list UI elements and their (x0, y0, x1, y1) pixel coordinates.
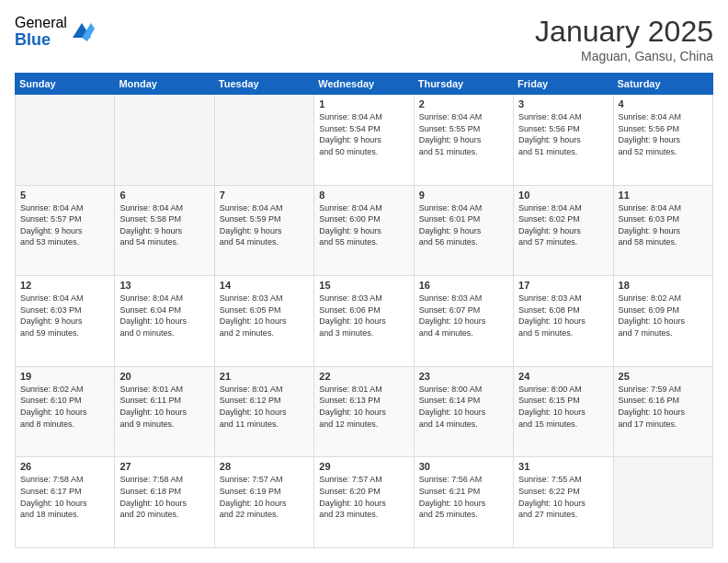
calendar-cell-w4-d3: 21Sunrise: 8:01 AM Sunset: 6:12 PM Dayli… (214, 366, 313, 457)
day-info: Sunrise: 7:57 AM Sunset: 6:20 PM Dayligh… (319, 474, 408, 520)
calendar-subtitle: Maguan, Gansu, China (535, 49, 713, 63)
day-info: Sunrise: 8:03 AM Sunset: 6:08 PM Dayligh… (518, 293, 608, 339)
day-info: Sunrise: 8:03 AM Sunset: 6:05 PM Dayligh… (220, 293, 309, 339)
day-number: 14 (220, 280, 309, 291)
day-info: Sunrise: 7:58 AM Sunset: 6:17 PM Dayligh… (20, 474, 109, 520)
day-info: Sunrise: 8:04 AM Sunset: 6:03 PM Dayligh… (619, 202, 708, 248)
calendar-cell-w2-d7: 11Sunrise: 8:04 AM Sunset: 6:03 PM Dayli… (613, 185, 712, 276)
day-info: Sunrise: 8:04 AM Sunset: 6:00 PM Dayligh… (319, 202, 408, 248)
day-number: 3 (518, 98, 608, 109)
calendar-cell-w4-d4: 22Sunrise: 8:01 AM Sunset: 6:13 PM Dayli… (314, 366, 414, 457)
day-number: 23 (419, 371, 508, 382)
header-wednesday: Wednesday (314, 74, 414, 95)
header-sunday: Sunday (16, 74, 115, 95)
calendar-cell-w1-d3 (214, 95, 313, 186)
calendar-title: January 2025 (535, 15, 713, 49)
day-number: 9 (419, 190, 508, 201)
day-number: 30 (419, 461, 508, 472)
day-info: Sunrise: 8:04 AM Sunset: 5:59 PM Dayligh… (220, 202, 309, 248)
day-number: 29 (319, 461, 408, 472)
logo-blue: Blue (15, 31, 67, 50)
calendar-cell-w2-d3: 7Sunrise: 8:04 AM Sunset: 5:59 PM Daylig… (214, 185, 313, 276)
calendar-cell-w1-d4: 1Sunrise: 8:04 AM Sunset: 5:54 PM Daylig… (314, 95, 414, 186)
header-saturday: Saturday (613, 74, 712, 95)
day-info: Sunrise: 7:56 AM Sunset: 6:21 PM Dayligh… (419, 474, 508, 520)
calendar-cell-w2-d4: 8Sunrise: 8:04 AM Sunset: 6:00 PM Daylig… (314, 185, 414, 276)
calendar-table: Sunday Monday Tuesday Wednesday Thursday… (15, 73, 713, 548)
day-info: Sunrise: 8:04 AM Sunset: 5:58 PM Dayligh… (119, 202, 209, 248)
day-info: Sunrise: 8:01 AM Sunset: 6:13 PM Dayligh… (319, 384, 408, 430)
title-block: January 2025 Maguan, Gansu, China (535, 15, 713, 63)
day-number: 22 (319, 371, 408, 382)
day-info: Sunrise: 8:02 AM Sunset: 6:10 PM Dayligh… (20, 384, 109, 430)
calendar-cell-w1-d1 (16, 95, 115, 186)
calendar-cell-w5-d2: 27Sunrise: 7:58 AM Sunset: 6:18 PM Dayli… (115, 457, 214, 548)
day-number: 17 (518, 280, 608, 291)
calendar-cell-w4-d5: 23Sunrise: 8:00 AM Sunset: 6:14 PM Dayli… (414, 366, 513, 457)
calendar-cell-w5-d6: 31Sunrise: 7:55 AM Sunset: 6:22 PM Dayli… (514, 457, 613, 548)
calendar-cell-w4-d2: 20Sunrise: 8:01 AM Sunset: 6:11 PM Dayli… (115, 366, 214, 457)
day-info: Sunrise: 8:03 AM Sunset: 6:06 PM Dayligh… (319, 293, 408, 339)
calendar-cell-w5-d5: 30Sunrise: 7:56 AM Sunset: 6:21 PM Dayli… (414, 457, 513, 548)
calendar-cell-w3-d3: 14Sunrise: 8:03 AM Sunset: 6:05 PM Dayli… (214, 276, 313, 367)
day-number: 6 (119, 190, 209, 201)
logo-icon (69, 19, 95, 45)
day-number: 15 (319, 280, 408, 291)
day-number: 18 (619, 280, 708, 291)
week-row-1: 1Sunrise: 8:04 AM Sunset: 5:54 PM Daylig… (16, 95, 713, 186)
day-number: 10 (518, 190, 608, 201)
week-row-5: 26Sunrise: 7:58 AM Sunset: 6:17 PM Dayli… (16, 457, 713, 548)
day-info: Sunrise: 8:04 AM Sunset: 5:56 PM Dayligh… (619, 111, 708, 157)
calendar-cell-w1-d6: 3Sunrise: 8:04 AM Sunset: 5:56 PM Daylig… (514, 95, 613, 186)
day-info: Sunrise: 8:00 AM Sunset: 6:15 PM Dayligh… (518, 384, 608, 430)
day-number: 28 (220, 461, 309, 472)
calendar-cell-w4-d6: 24Sunrise: 8:00 AM Sunset: 6:15 PM Dayli… (514, 366, 613, 457)
day-number: 12 (20, 280, 109, 291)
header-thursday: Thursday (414, 74, 513, 95)
week-row-4: 19Sunrise: 8:02 AM Sunset: 6:10 PM Dayli… (16, 366, 713, 457)
calendar-cell-w3-d7: 18Sunrise: 8:02 AM Sunset: 6:09 PM Dayli… (613, 276, 712, 367)
week-row-2: 5Sunrise: 8:04 AM Sunset: 5:57 PM Daylig… (16, 185, 713, 276)
day-info: Sunrise: 8:04 AM Sunset: 6:04 PM Dayligh… (119, 293, 209, 339)
day-number: 27 (119, 461, 209, 472)
calendar-cell-w1-d7: 4Sunrise: 8:04 AM Sunset: 5:56 PM Daylig… (613, 95, 712, 186)
day-info: Sunrise: 7:57 AM Sunset: 6:19 PM Dayligh… (220, 474, 309, 520)
day-number: 31 (518, 461, 608, 472)
day-info: Sunrise: 8:01 AM Sunset: 6:11 PM Dayligh… (119, 384, 209, 430)
calendar-cell-w5-d3: 28Sunrise: 7:57 AM Sunset: 6:19 PM Dayli… (214, 457, 313, 548)
page: General Blue January 2025 Maguan, Gansu,… (0, 0, 728, 563)
day-number: 5 (20, 190, 109, 201)
calendar-cell-w4-d1: 19Sunrise: 8:02 AM Sunset: 6:10 PM Dayli… (16, 366, 115, 457)
calendar-cell-w1-d5: 2Sunrise: 8:04 AM Sunset: 5:55 PM Daylig… (414, 95, 513, 186)
header: General Blue January 2025 Maguan, Gansu,… (15, 15, 713, 63)
day-info: Sunrise: 8:04 AM Sunset: 5:54 PM Dayligh… (319, 111, 408, 157)
day-number: 24 (518, 371, 608, 382)
day-info: Sunrise: 8:04 AM Sunset: 5:57 PM Dayligh… (20, 202, 109, 248)
day-info: Sunrise: 8:04 AM Sunset: 5:56 PM Dayligh… (518, 111, 608, 157)
day-info: Sunrise: 8:03 AM Sunset: 6:07 PM Dayligh… (419, 293, 508, 339)
day-number: 19 (20, 371, 109, 382)
calendar-cell-w3-d4: 15Sunrise: 8:03 AM Sunset: 6:06 PM Dayli… (314, 276, 414, 367)
logo-text: General Blue (15, 15, 67, 49)
calendar-cell-w3-d6: 17Sunrise: 8:03 AM Sunset: 6:08 PM Dayli… (514, 276, 613, 367)
calendar-cell-w3-d5: 16Sunrise: 8:03 AM Sunset: 6:07 PM Dayli… (414, 276, 513, 367)
weekday-header-row: Sunday Monday Tuesday Wednesday Thursday… (16, 74, 713, 95)
day-info: Sunrise: 8:04 AM Sunset: 6:03 PM Dayligh… (20, 293, 109, 339)
day-number: 20 (119, 371, 209, 382)
calendar-cell-w2-d6: 10Sunrise: 8:04 AM Sunset: 6:02 PM Dayli… (514, 185, 613, 276)
day-info: Sunrise: 7:58 AM Sunset: 6:18 PM Dayligh… (119, 474, 209, 520)
calendar-cell-w4-d7: 25Sunrise: 7:59 AM Sunset: 6:16 PM Dayli… (613, 366, 712, 457)
calendar-cell-w2-d2: 6Sunrise: 8:04 AM Sunset: 5:58 PM Daylig… (115, 185, 214, 276)
logo: General Blue (15, 15, 95, 49)
header-tuesday: Tuesday (214, 74, 313, 95)
day-number: 21 (220, 371, 309, 382)
header-friday: Friday (514, 74, 613, 95)
calendar-cell-w1-d2 (115, 95, 214, 186)
day-info: Sunrise: 7:59 AM Sunset: 6:16 PM Dayligh… (619, 384, 708, 430)
day-info: Sunrise: 7:55 AM Sunset: 6:22 PM Dayligh… (518, 474, 608, 520)
calendar-cell-w5-d1: 26Sunrise: 7:58 AM Sunset: 6:17 PM Dayli… (16, 457, 115, 548)
day-number: 1 (319, 98, 408, 109)
day-number: 26 (20, 461, 109, 472)
header-monday: Monday (115, 74, 214, 95)
day-number: 13 (119, 280, 209, 291)
